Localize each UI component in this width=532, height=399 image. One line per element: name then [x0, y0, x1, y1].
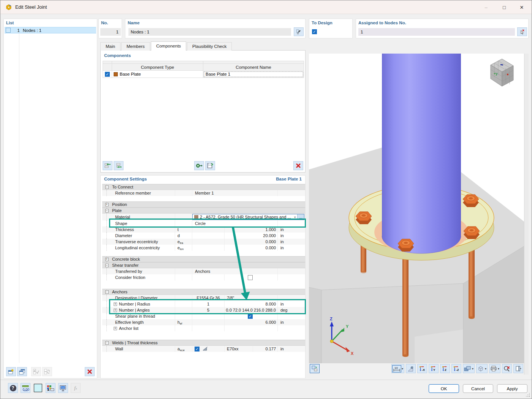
view-y-button[interactable]: Y: [429, 364, 439, 373]
apply-button[interactable]: Apply: [497, 384, 527, 393]
row-value-1[interactable]: [192, 346, 225, 352]
expand-toggle[interactable]: +: [114, 302, 117, 306]
units-button[interactable]: 0,00: [21, 383, 30, 393]
row-value-2[interactable]: 0.000: [225, 239, 278, 245]
select-nodes-button[interactable]: [517, 27, 527, 36]
expand-toggle[interactable]: +: [105, 258, 109, 261]
to-design-checkbox[interactable]: [312, 29, 317, 34]
settings-checkbox[interactable]: [195, 347, 200, 352]
expand-toggle[interactable]: −: [105, 209, 109, 212]
resize-grip[interactable]: [526, 393, 530, 397]
delete-all-button[interactable]: [85, 367, 95, 376]
row-value-1[interactable]: [192, 319, 225, 325]
dialog-titlebar[interactable]: Edit Steel Joint – □ ✕: [0, 0, 532, 14]
display-options-button[interactable]: ▾: [463, 364, 475, 373]
row-value-3[interactable]: 0.177: [253, 346, 278, 352]
row-value-2[interactable]: [225, 313, 278, 319]
material-browse-button[interactable]: ...: [297, 214, 304, 220]
row-value-1[interactable]: [192, 325, 225, 331]
row-value[interactable]: Anchors: [192, 268, 278, 274]
settings-checkbox[interactable]: [248, 314, 253, 319]
help-button[interactable]: ?: [8, 383, 18, 393]
navigation-cube[interactable]: +y: [491, 59, 513, 86]
color-scheme-button[interactable]: [33, 383, 43, 393]
print-graphic-button[interactable]: ▾: [489, 364, 500, 373]
row-value-2[interactable]: E70xx: [225, 346, 253, 352]
steel-column[interactable]: [382, 54, 461, 253]
view-mode-button[interactable]: [310, 364, 320, 373]
viewport-3d[interactable]: +y Z Y X: [309, 54, 524, 363]
expand-toggle[interactable]: −: [105, 341, 109, 345]
viewport-scrollbar[interactable]: [524, 54, 529, 375]
assigned-nodes-field[interactable]: 1: [358, 28, 515, 36]
rendering-button[interactable]: [58, 383, 68, 393]
group-label[interactable]: Welds | Throat thickness: [111, 340, 305, 345]
clipping-box-button[interactable]: ▾: [476, 364, 488, 373]
group-label[interactable]: To Connect: [111, 185, 305, 189]
delete-components-button[interactable]: [293, 161, 303, 170]
row-value-1[interactable]: [192, 274, 225, 280]
tab-components[interactable]: Components: [151, 41, 186, 51]
import-from-library-button[interactable]: [194, 161, 204, 170]
expand-toggle[interactable]: −: [105, 290, 109, 294]
tab-main[interactable]: Main: [100, 42, 120, 51]
expand-toggle[interactable]: +: [105, 203, 109, 206]
row-value-2[interactable]: [225, 325, 278, 331]
ok-button[interactable]: OK: [429, 384, 459, 393]
row-value[interactable]: Circle: [192, 220, 278, 226]
joint-name-field[interactable]: Nodes : 1: [128, 28, 291, 36]
row-value[interactable]: Member 1: [192, 190, 278, 196]
group-label[interactable]: Plate: [111, 208, 305, 213]
chevron-down-icon[interactable]: ∨: [294, 215, 296, 219]
group-label[interactable]: Concrete block: [111, 257, 305, 261]
add-component-button[interactable]: [103, 161, 112, 170]
list-item[interactable]: 1Nodes : 1: [5, 27, 96, 33]
expand-toggle[interactable]: −: [105, 185, 109, 189]
material-dropdown[interactable]: 2 - A572, Grade 50 (HR Structural Shapes…: [192, 214, 304, 220]
row-value-2[interactable]: [225, 274, 278, 280]
tab-plausibility-check[interactable]: Plausibility Check: [187, 42, 232, 51]
copy-joint-button[interactable]: [17, 367, 27, 376]
view-z-button[interactable]: Z: [440, 364, 450, 373]
control-panel-button[interactable]: [513, 364, 523, 373]
row-value-2[interactable]: 7/8": [225, 295, 278, 301]
row-value-2[interactable]: 8.000: [225, 301, 278, 307]
row-value-2[interactable]: 6.000: [225, 319, 278, 325]
component-name-cell[interactable]: Base Plate 1: [203, 71, 304, 78]
group-label[interactable]: Position: [111, 202, 305, 207]
expand-toggle[interactable]: +: [114, 327, 117, 330]
edit-name-button[interactable]: [294, 27, 304, 36]
row-value-2[interactable]: 0.0 72.0 144.0 216.0 288.0: [225, 307, 278, 313]
row-value-2[interactable]: 20.000: [225, 233, 278, 239]
group-label[interactable]: Anchors: [111, 290, 305, 294]
cancel-zoom-button[interactable]: [502, 364, 512, 373]
row-value-1[interactable]: [192, 245, 225, 251]
row-value-1[interactable]: F1554 Gr.36: [192, 295, 225, 301]
component-name-value[interactable]: Base Plate 1: [204, 71, 303, 77]
dropdown-arrow-icon[interactable]: ▾: [472, 367, 473, 370]
expand-toggle[interactable]: +: [114, 309, 117, 312]
display-properties-button[interactable]: A: [46, 383, 55, 393]
remove-component-button[interactable]: [114, 161, 124, 170]
close-button[interactable]: ✕: [514, 0, 529, 14]
row-value-2[interactable]: 1.000: [225, 226, 278, 233]
row-value-1[interactable]: 1: [192, 301, 225, 307]
row-value-1[interactable]: [192, 313, 225, 319]
maximize-button[interactable]: □: [497, 0, 512, 14]
dimension-lines-button[interactable]: 10▾: [391, 364, 404, 373]
new-joint-button[interactable]: [6, 367, 16, 376]
row-value-2[interactable]: 0.000: [225, 245, 278, 251]
row-value-1[interactable]: [192, 233, 225, 239]
row-value-1[interactable]: 5: [192, 307, 225, 313]
view-minus-x-button[interactable]: -X: [417, 364, 427, 373]
row-value-1[interactable]: [192, 226, 225, 233]
cancel-button[interactable]: Cancel: [463, 384, 493, 393]
save-to-library-button[interactable]: [205, 161, 215, 170]
component-checkbox[interactable]: [105, 72, 110, 77]
dropdown-arrow-icon[interactable]: ▾: [485, 367, 486, 370]
tab-members[interactable]: Members: [121, 42, 150, 51]
group-label[interactable]: Shear transfer: [111, 263, 305, 268]
row-value-1[interactable]: [192, 239, 225, 245]
angle-measure-button[interactable]: [406, 364, 416, 373]
dropdown-arrow-icon[interactable]: ▾: [498, 367, 499, 370]
